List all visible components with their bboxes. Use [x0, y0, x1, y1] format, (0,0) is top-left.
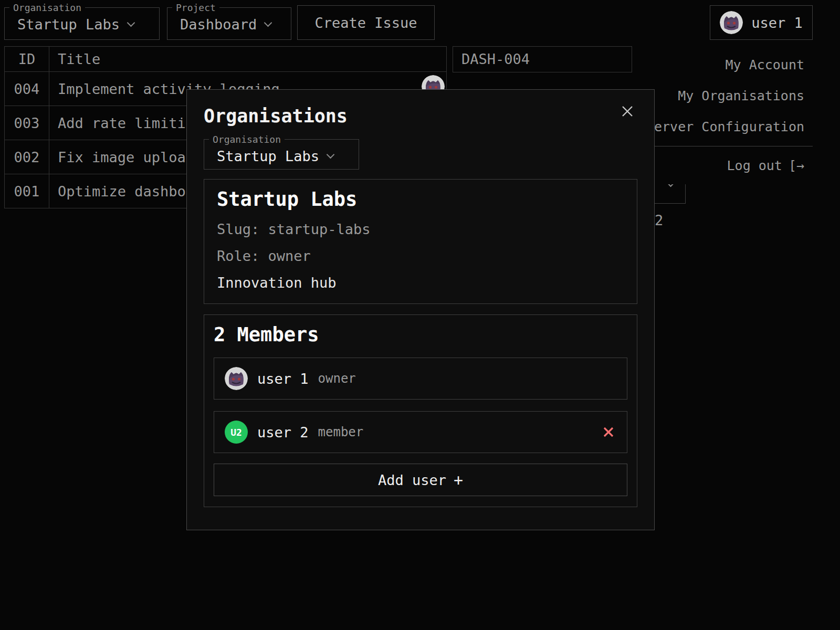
members-heading: 2 Members [214, 323, 627, 346]
remove-member-button[interactable] [601, 424, 616, 440]
assignee-partial-text: 2 [655, 212, 663, 228]
issue-id: 004 [5, 72, 49, 106]
menu-divider [635, 146, 813, 146]
issue-id: 002 [5, 140, 49, 174]
menu-item-my-organisations[interactable]: My Organisations [635, 80, 813, 111]
project-select-value: Dashboard [180, 16, 257, 33]
chevron-down-icon [327, 151, 335, 159]
modal-title: Organisations [204, 106, 637, 127]
chevron-down-icon [264, 19, 272, 27]
member-avatar [225, 367, 248, 390]
org-select-value: Startup Labs [17, 16, 120, 33]
member-name: user 1 [257, 371, 309, 387]
close-icon [620, 103, 635, 119]
user-avatar [720, 11, 743, 34]
organisation-name: Startup Labs [217, 188, 624, 211]
logout-icon: [→ [789, 158, 804, 173]
org-select[interactable]: Organisation Startup Labs [4, 2, 160, 40]
project-select-label: Project [172, 2, 219, 13]
member-role: owner [318, 371, 356, 386]
modal-close-button[interactable] [620, 103, 635, 121]
user-menu-button[interactable]: user 1 [710, 5, 813, 40]
menu-item-log-out[interactable]: Log out [→ [635, 150, 813, 181]
organisation-slug: Slug: startup-labs [217, 221, 624, 237]
modal-org-select[interactable]: Organisation Startup Labs [204, 134, 359, 170]
create-issue-button[interactable]: Create Issue [297, 5, 435, 40]
organisation-description: Innovation hub [217, 275, 624, 291]
organisations-modal: Organisations Organisation Startup Labs … [186, 89, 655, 530]
issue-detail-header: DASH-004 [453, 46, 632, 72]
add-user-button[interactable]: Add user + [214, 464, 627, 496]
member-row: user 1 owner [214, 358, 627, 400]
issue-id: 003 [5, 106, 49, 140]
project-select[interactable]: Project Dashboard [167, 2, 291, 40]
menu-item-my-account[interactable]: My Account [635, 49, 813, 80]
issue-id: 001 [5, 174, 49, 208]
organisation-card: Startup Labs Slug: startup-labs Role: ow… [204, 179, 637, 304]
user-dropdown-menu: My Account My Organisations Server Confi… [635, 46, 813, 184]
member-row: U2 user 2 member [214, 411, 627, 453]
organisation-role: Role: owner [217, 248, 624, 264]
member-role: member [318, 425, 364, 439]
menu-item-server-configuration[interactable]: Server Configuration [635, 111, 813, 142]
remove-icon [601, 424, 616, 440]
modal-org-select-label: Organisation [209, 134, 285, 145]
issues-header-id: ID [5, 47, 49, 72]
members-section: 2 Members user 1 owner U2 user 2 member … [204, 314, 637, 507]
user-menu-label: user 1 [751, 15, 803, 31]
member-initials-avatar: U2 [225, 421, 248, 444]
modal-org-select-value: Startup Labs [217, 148, 319, 164]
plus-icon: + [454, 471, 463, 489]
issues-header-row: ID Title [5, 47, 447, 72]
issues-header-title: Title [49, 47, 447, 72]
member-name: user 2 [257, 424, 309, 440]
chevron-down-icon [127, 19, 135, 27]
org-select-label: Organisation [9, 2, 85, 13]
